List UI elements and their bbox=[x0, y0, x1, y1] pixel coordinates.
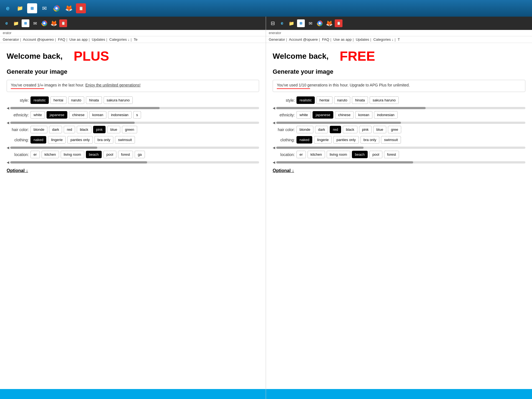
hair-blue-left[interactable]: blue bbox=[107, 126, 120, 133]
ethnicity-indonesian-right[interactable]: indonesian bbox=[374, 111, 398, 119]
left-chrome-icon[interactable] bbox=[40, 19, 48, 27]
location-forest-right[interactable]: forest bbox=[384, 151, 399, 158]
clothing-lingerie-right[interactable]: lingerie bbox=[314, 136, 332, 144]
right-chrome-icon[interactable] bbox=[316, 19, 324, 27]
nav-te-left[interactable]: Te bbox=[134, 37, 137, 42]
style-naruto-right[interactable]: naruto bbox=[334, 96, 351, 104]
hair-black-right[interactable]: black bbox=[343, 126, 357, 133]
right-optional[interactable]: Optional ↓ bbox=[273, 168, 525, 173]
hair-blue-right[interactable]: blue bbox=[373, 126, 386, 133]
taskbar-edge-icon[interactable]: e bbox=[3, 3, 13, 13]
style-naruto-left[interactable]: naruto bbox=[68, 96, 85, 104]
clothing-naked-right[interactable]: naked bbox=[296, 136, 312, 144]
location-living-right[interactable]: living room bbox=[327, 151, 350, 158]
clothing-lingerie-left[interactable]: lingerie bbox=[48, 136, 66, 144]
taskbar-app-icon[interactable]: 📋 bbox=[76, 3, 86, 13]
left-clothing-scroll-left[interactable]: ◀ bbox=[7, 146, 9, 150]
style-realistic-left[interactable]: realistic bbox=[30, 96, 49, 104]
nav-use-as-app-right[interactable]: Use as app bbox=[333, 37, 352, 42]
style-sakura-left[interactable]: sakura haruno bbox=[104, 96, 133, 104]
right-edge-icon[interactable]: e bbox=[278, 19, 286, 27]
style-hentai-right[interactable]: hentai bbox=[316, 96, 332, 104]
style-hinata-right[interactable]: hinata bbox=[352, 96, 368, 104]
hair-blonde-right[interactable]: blonde bbox=[296, 126, 313, 133]
nav-categories-right[interactable]: Categories ↓ bbox=[373, 37, 393, 42]
nav-use-as-app-left[interactable]: Use as app bbox=[69, 37, 88, 42]
location-pool-left[interactable]: pool bbox=[103, 151, 116, 158]
left-location-scroll-left[interactable]: ◀ bbox=[7, 160, 9, 164]
nav-updates-right[interactable]: Updates bbox=[356, 37, 369, 42]
clothing-bra-left[interactable]: bra only bbox=[94, 136, 113, 144]
taskbar-folder-icon[interactable]: 📁 bbox=[15, 3, 25, 13]
hair-gree-right[interactable]: gree bbox=[388, 126, 401, 133]
hair-blonde-left[interactable]: blonde bbox=[30, 126, 47, 133]
right-mail-icon[interactable]: ✉ bbox=[306, 19, 314, 27]
left-store-icon[interactable]: ⊞ bbox=[22, 19, 29, 27]
hair-green-left[interactable]: green bbox=[122, 126, 137, 133]
style-realistic-right[interactable]: realistic bbox=[296, 96, 315, 104]
left-style-track[interactable] bbox=[10, 107, 259, 109]
hair-dark-left[interactable]: dark bbox=[49, 126, 62, 133]
location-beach-left[interactable]: beach bbox=[86, 151, 102, 158]
hair-dark-right[interactable]: dark bbox=[315, 126, 328, 133]
ethnicity-korean-left[interactable]: korean bbox=[89, 111, 106, 119]
left-optional[interactable]: Optional ↓ bbox=[7, 168, 259, 173]
hair-pink-left[interactable]: pink bbox=[93, 126, 106, 133]
style-hinata-left[interactable]: hinata bbox=[86, 96, 102, 104]
ethnicity-white-right[interactable]: white bbox=[296, 111, 311, 119]
left-folder-icon[interactable]: 📁 bbox=[12, 19, 20, 27]
nav-updates-left[interactable]: Updates bbox=[92, 37, 105, 42]
location-er-right[interactable]: er bbox=[296, 151, 306, 158]
hair-red-right[interactable]: red bbox=[330, 126, 341, 133]
location-beach-right[interactable]: beach bbox=[352, 151, 368, 158]
left-firefox-icon[interactable]: 🦊 bbox=[50, 19, 58, 27]
right-location-scroll-left[interactable]: ◀ bbox=[273, 160, 275, 164]
location-kitchen-left[interactable]: kitchen bbox=[42, 151, 59, 158]
clothing-bra-right[interactable]: bra only bbox=[360, 136, 379, 144]
right-clothing-scroll-left[interactable]: ◀ bbox=[273, 146, 275, 150]
left-edge-icon[interactable]: e bbox=[3, 19, 11, 27]
nav-account-right[interactable]: Account @opuere bbox=[289, 37, 318, 42]
taskbar-mail-icon[interactable]: ✉ bbox=[39, 3, 49, 13]
nav-account-left[interactable]: Account @opuereo bbox=[23, 37, 54, 42]
location-pool-right[interactable]: pool bbox=[369, 151, 382, 158]
ethnicity-indonesian-left[interactable]: indonesian bbox=[108, 111, 132, 119]
taskbar-store-icon[interactable]: ⊞ bbox=[27, 3, 37, 13]
ethnicity-japanese-left[interactable]: japanese bbox=[47, 111, 67, 119]
right-ethnicity-scroll-left[interactable]: ◀ bbox=[273, 121, 275, 125]
left-clothing-track[interactable] bbox=[10, 147, 259, 149]
nav-generator-left[interactable]: Generator bbox=[3, 37, 19, 42]
nav-generator-right[interactable]: Generator bbox=[269, 37, 285, 42]
ethnicity-s-left[interactable]: s bbox=[133, 111, 141, 119]
clothing-panties-right[interactable]: panties only bbox=[333, 136, 359, 144]
style-sakura-right[interactable]: sakura haruno bbox=[370, 96, 399, 104]
ethnicity-chinese-right[interactable]: chinese bbox=[335, 111, 354, 119]
right-style-scroll-left[interactable]: ◀ bbox=[273, 106, 275, 110]
nav-faq-right[interactable]: FAQ bbox=[322, 37, 329, 42]
right-clothing-track[interactable] bbox=[276, 147, 525, 149]
right-location-track[interactable] bbox=[276, 161, 525, 163]
right-store-icon[interactable]: ⊞ bbox=[297, 19, 305, 27]
location-living-left[interactable]: living room bbox=[61, 151, 84, 158]
clothing-swimsuit-left[interactable]: swimsuit bbox=[115, 136, 135, 144]
clothing-swimsuit-right[interactable]: swimsuit bbox=[381, 136, 401, 144]
nav-categories-left[interactable]: Categories ↓ bbox=[109, 37, 130, 42]
taskbar-firefox-icon[interactable]: 🦊 bbox=[64, 3, 74, 13]
ethnicity-japanese-right[interactable]: japanese bbox=[313, 111, 333, 119]
clothing-panties-left[interactable]: panties only bbox=[67, 136, 93, 144]
location-kitchen-right[interactable]: kitchen bbox=[308, 151, 325, 158]
right-firefox-icon[interactable]: 🦊 bbox=[325, 19, 333, 27]
left-mail-icon[interactable]: ✉ bbox=[31, 19, 39, 27]
right-app-icon[interactable]: 📋 bbox=[335, 19, 342, 27]
hair-red-left[interactable]: red bbox=[64, 126, 75, 133]
left-ethnicity-track[interactable] bbox=[10, 122, 259, 124]
location-er-left[interactable]: er bbox=[30, 151, 40, 158]
style-hentai-left[interactable]: hentai bbox=[50, 96, 66, 104]
taskbar-chrome-icon[interactable] bbox=[52, 3, 62, 13]
ethnicity-white-left[interactable]: white bbox=[30, 111, 45, 119]
clothing-naked-left[interactable]: naked bbox=[30, 136, 46, 144]
nav-faq-left[interactable]: FAQ bbox=[58, 37, 65, 42]
right-split-icon[interactable]: ⊟ bbox=[269, 19, 277, 27]
location-forest-left[interactable]: forest bbox=[118, 151, 133, 158]
left-ethnicity-scroll-left[interactable]: ◀ bbox=[7, 121, 9, 125]
